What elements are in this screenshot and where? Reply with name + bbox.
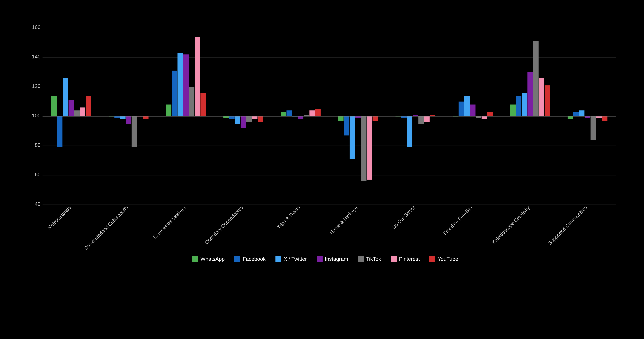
legend-item-facebook: Facebook	[234, 256, 266, 262]
svg-rect-41	[240, 116, 246, 128]
svg-text:40: 40	[35, 201, 40, 207]
youtube-legend-label: YouTube	[438, 256, 458, 262]
svg-rect-79	[516, 96, 521, 116]
svg-rect-84	[545, 86, 550, 116]
chart-area: 406080100120140160MetroculturalsCommuter…	[28, 18, 623, 265]
youtube-legend-color	[430, 256, 435, 262]
svg-rect-19	[80, 108, 86, 116]
whatsapp-legend-label: WhatsApp	[200, 256, 225, 262]
legend-item-tiktok: TikTok	[358, 256, 381, 262]
svg-rect-91	[596, 116, 602, 118]
svg-rect-47	[286, 111, 292, 116]
svg-rect-32	[178, 53, 183, 116]
svg-text:140: 140	[32, 54, 40, 60]
legend-item-instagram: Instagram	[317, 256, 348, 262]
instagram-legend-color	[317, 256, 322, 262]
svg-rect-73	[470, 105, 476, 116]
facebook-legend-label: Facebook	[242, 256, 266, 262]
pinterest-legend-color	[391, 256, 397, 262]
svg-rect-18	[74, 111, 80, 116]
svg-rect-42	[246, 116, 252, 122]
svg-rect-89	[585, 116, 590, 118]
svg-rect-46	[281, 112, 286, 116]
svg-rect-60	[373, 116, 378, 121]
svg-rect-40	[235, 116, 240, 124]
svg-rect-63	[401, 116, 407, 118]
svg-rect-54	[338, 116, 344, 121]
svg-rect-71	[459, 102, 464, 116]
svg-text:Trips & Treats: Trips & Treats	[276, 205, 302, 230]
svg-rect-23	[114, 116, 120, 118]
svg-rect-33	[183, 55, 188, 116]
svg-text:Dormitory Dependables: Dormitory Dependables	[204, 205, 244, 245]
svg-rect-55	[344, 116, 349, 136]
svg-rect-68	[430, 115, 435, 116]
svg-text:Kaleidoscope Creativity: Kaleidoscope Creativity	[491, 205, 531, 245]
svg-rect-24	[120, 116, 126, 119]
svg-rect-72	[464, 96, 470, 116]
svg-rect-39	[229, 116, 234, 119]
svg-rect-31	[172, 71, 177, 116]
pinterest-legend-label: Pinterest	[399, 256, 420, 262]
chart-legend: WhatsAppFacebookX / TwitterInstagramTikT…	[28, 256, 623, 262]
svg-rect-36	[200, 93, 206, 116]
legend-item-twitter: X / Twitter	[276, 256, 307, 262]
svg-rect-82	[533, 41, 538, 116]
svg-text:Experience Seekers: Experience Seekers	[152, 205, 187, 240]
svg-rect-17	[68, 100, 74, 116]
twitter-legend-color	[276, 256, 281, 262]
svg-rect-59	[367, 116, 372, 180]
svg-text:80: 80	[35, 142, 40, 148]
svg-rect-51	[310, 111, 315, 116]
svg-rect-26	[132, 116, 137, 147]
svg-text:Commuterland Culturebuffs: Commuterland Culturebuffs	[83, 205, 129, 251]
svg-rect-74	[476, 116, 481, 118]
svg-rect-66	[418, 116, 424, 124]
svg-rect-75	[482, 116, 487, 119]
svg-rect-35	[195, 37, 200, 116]
svg-rect-64	[407, 116, 412, 147]
svg-rect-43	[252, 116, 258, 119]
twitter-legend-label: X / Twitter	[284, 256, 307, 262]
svg-text:Home & Heritage: Home & Heritage	[328, 205, 359, 235]
svg-text:Frontline Families: Frontline Families	[442, 205, 474, 236]
svg-text:60: 60	[35, 172, 40, 177]
legend-item-whatsapp: WhatsApp	[192, 256, 225, 262]
tiktok-legend-color	[358, 256, 364, 262]
svg-rect-86	[568, 116, 573, 119]
svg-text:Supported Communities: Supported Communities	[547, 205, 588, 246]
svg-rect-14	[51, 96, 57, 116]
svg-rect-52	[315, 109, 320, 116]
svg-rect-25	[126, 116, 131, 124]
svg-rect-28	[143, 116, 148, 119]
legend-item-pinterest: Pinterest	[391, 256, 420, 262]
svg-text:100: 100	[32, 113, 40, 119]
svg-rect-16	[63, 78, 68, 116]
svg-rect-56	[350, 116, 355, 159]
svg-rect-57	[355, 116, 361, 118]
svg-rect-81	[527, 72, 533, 116]
svg-rect-78	[510, 105, 516, 116]
svg-text:Metroculturals: Metroculturals	[46, 205, 72, 230]
bar-chart: 406080100120140160MetroculturalsCommuter…	[28, 18, 623, 265]
svg-rect-30	[166, 105, 172, 116]
svg-rect-15	[57, 116, 62, 147]
svg-rect-76	[487, 112, 493, 116]
instagram-legend-label: Instagram	[325, 256, 348, 262]
svg-rect-90	[590, 116, 596, 140]
svg-rect-83	[539, 78, 544, 116]
facebook-legend-color	[234, 256, 240, 262]
svg-rect-44	[258, 116, 263, 122]
svg-rect-88	[579, 111, 584, 116]
svg-rect-58	[361, 116, 366, 181]
tiktok-legend-label: TikTok	[366, 256, 381, 262]
svg-text:Up Our Street: Up Our Street	[391, 205, 416, 230]
svg-text:160: 160	[32, 24, 40, 30]
svg-rect-67	[424, 116, 430, 122]
svg-rect-65	[413, 115, 418, 116]
svg-rect-38	[224, 116, 229, 118]
svg-rect-20	[86, 96, 91, 116]
svg-rect-34	[189, 87, 194, 116]
legend-item-youtube: YouTube	[430, 256, 458, 262]
chart-container: 406080100120140160MetroculturalsCommuter…	[8, 8, 636, 331]
